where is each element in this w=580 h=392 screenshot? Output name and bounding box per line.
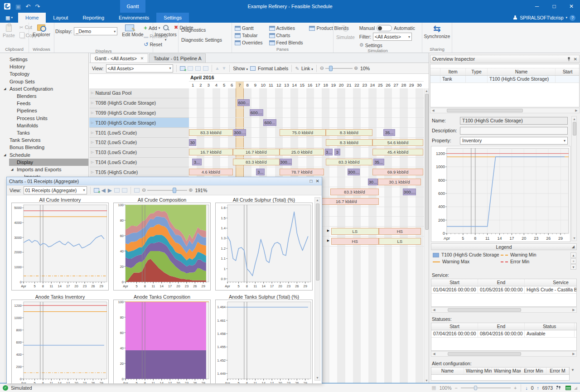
- inspector-grid-hscrollbar[interactable]: ◀▶: [430, 108, 580, 113]
- row-expand-icon[interactable]: ▷: [91, 121, 93, 125]
- column-header-start[interactable]: Start: [431, 323, 478, 330]
- gantt-bar[interactable]: 45.4 kbbl/d: [372, 149, 423, 155]
- chart-settings-icon[interactable]: [94, 188, 99, 193]
- description-input[interactable]: [460, 127, 568, 135]
- cut-button[interactable]: ✂Cut: [18, 24, 39, 31]
- show-menu-button[interactable]: Show ▾: [233, 66, 248, 71]
- save-icon[interactable]: ▣: [15, 3, 21, 10]
- sidebar-item-imports-and-exports[interactable]: ◢Imports and Exports: [9, 166, 88, 173]
- gantt-row-label-t102-lows-crude[interactable]: ▷T102 (LowS Crude): [89, 138, 189, 148]
- export-icon[interactable]: [114, 188, 120, 193]
- ribbon-tab-layout[interactable]: Layout: [46, 13, 75, 23]
- expand-arrow-icon[interactable]: ◢: [4, 153, 10, 157]
- charts-zoom-slider[interactable]: ⊖ ⊕: [142, 187, 193, 193]
- gantt-row-label-t104-lows-crude[interactable]: ▷T104 (LowS Crude): [89, 158, 189, 168]
- sidebar-item-process-units[interactable]: Process Units: [9, 115, 88, 122]
- gantt-row-label-t103-lows-crude[interactable]: ▷T103 (LowS Crude): [89, 148, 189, 158]
- maximize-icon[interactable]: □: [310, 179, 313, 184]
- row-expand-icon[interactable]: ▷: [91, 91, 93, 95]
- resize-grip[interactable]: ◢: [574, 386, 577, 390]
- pane-toggle-charts[interactable]: Charts: [267, 32, 305, 39]
- charts-view-combobox[interactable]: 01 Receipts (Aggregate)▾: [24, 186, 87, 194]
- document-tab-gantt-all-assets[interactable]: Gantt - <All Assets>✕: [90, 53, 148, 63]
- column-header-status[interactable]: Status: [525, 323, 575, 330]
- gantt-view-combobox[interactable]: <All Assets>▾: [106, 64, 173, 73]
- inspector-grid[interactable]: ItemTypeNameStartTankT100 (HighS Crude S…: [430, 64, 580, 107]
- sidebar-item-group-sets[interactable]: Group Sets: [2, 78, 88, 85]
- move-down-icon[interactable]: ▼: [222, 66, 226, 71]
- gantt-bar[interactable]: 30.1 kbbl/d: [378, 179, 421, 185]
- print-icon[interactable]: [122, 188, 127, 193]
- remove-row-icon[interactable]: [188, 66, 193, 71]
- sidebar-item-tank-services[interactable]: Tank Services: [2, 136, 88, 144]
- filter-combobox[interactable]: <All Assets>▾: [373, 33, 412, 41]
- legend-header[interactable]: Legend ◢: [431, 243, 577, 250]
- pane-toggle-gantt[interactable]: Gantt: [233, 24, 265, 32]
- column-header-warning-max[interactable]: Warning Max: [492, 368, 521, 374]
- property-input[interactable]: Inventory▾: [460, 137, 568, 145]
- gantt-bar[interactable]: 83.3 kbbl/d: [189, 129, 233, 136]
- display-combobox[interactable]: _Demo▾: [74, 27, 117, 35]
- gantt-bar[interactable]: 600...: [263, 119, 276, 126]
- row-expand-icon[interactable]: ▷: [91, 131, 93, 135]
- pane-toggle-feed-blends[interactable]: Feed Blends: [267, 39, 305, 46]
- pane-toggle-activities[interactable]: Activities: [267, 24, 305, 32]
- sidebar-item-manifolds[interactable]: Manifolds: [9, 122, 88, 129]
- service-table[interactable]: StartEndService01/04/2016 00:00:0001/05/…: [431, 279, 577, 307]
- column-header-warning-min[interactable]: Warning Min: [464, 368, 492, 374]
- gantt-bar[interactable]: 16.7 kbbl/d: [233, 149, 280, 155]
- close-icon[interactable]: ✕: [316, 179, 319, 184]
- sidebar-item-asset-configuration[interactable]: ◢Asset Configuration: [2, 85, 88, 92]
- copy-button[interactable]: Copy: [18, 31, 39, 39]
- maximize-button[interactable]: □: [546, 0, 563, 13]
- gantt-bar[interactable]: 69.9 kbbl/d: [372, 169, 423, 175]
- minimize-button[interactable]: ─: [528, 0, 546, 13]
- gantt-vertical-scrollbar[interactable]: ▲ ▼: [424, 88, 429, 383]
- sidebar-item-history[interactable]: History: [2, 63, 88, 70]
- sidebar-item-tanks[interactable]: Tanks: [9, 129, 88, 136]
- link-menu-button[interactable]: Link ▾: [301, 66, 313, 71]
- statuses-hscrollbar[interactable]: ◀▶: [431, 351, 577, 357]
- service-hscrollbar[interactable]: ◀▶: [431, 307, 577, 313]
- gantt-bar[interactable]: 30...: [368, 179, 378, 185]
- simulate-button[interactable]: ↻ Simulate: [334, 24, 357, 45]
- forward-icon[interactable]: ▶: [108, 187, 112, 194]
- gantt-bar[interactable]: 35...: [373, 159, 384, 165]
- inspector-vscrollbar[interactable]: ▲ ▼: [571, 116, 577, 241]
- row-expand-icon[interactable]: ▷: [91, 160, 93, 164]
- pane-toggle-overrides[interactable]: Overrides: [233, 39, 265, 46]
- gantt-bar[interactable]: 75.0 kbbl/d: [280, 129, 326, 136]
- charts-window-titlebar[interactable]: Charts - 01 Receipts (Aggregate) □ ✕: [7, 177, 322, 185]
- expand-arrow-icon[interactable]: ◢: [4, 87, 10, 91]
- name-input[interactable]: T100 (HighS Crude Storage): [460, 117, 568, 125]
- gantt-bar[interactable]: 54.6 kbbl/d: [372, 139, 423, 146]
- zoom-in-icon[interactable]: +: [514, 385, 517, 391]
- column-header-error-m[interactable]: Error M: [546, 368, 569, 374]
- sidebar-item-schedule[interactable]: ◢Schedule: [2, 151, 88, 158]
- gantt-bar[interactable]: 4.6 kbbl/d: [189, 169, 233, 175]
- ribbon-tab-reporting[interactable]: Reporting: [75, 13, 111, 23]
- zoom-out-icon[interactable]: ⊖: [142, 187, 146, 193]
- close-icon[interactable]: ✕: [574, 57, 577, 62]
- zoom-in-icon[interactable]: ⊕: [188, 187, 193, 193]
- ribbon-tab-home[interactable]: Home: [18, 13, 46, 23]
- statuses-table[interactable]: StartEndStatus07/04/2016 00:00:0008/04/2…: [431, 323, 577, 351]
- column-header-error-min[interactable]: Error Min: [521, 368, 546, 374]
- tab-close-icon[interactable]: ✕: [140, 56, 144, 61]
- gantt-bar[interactable]: 83.3 kbbl/d: [233, 159, 280, 165]
- gantt-row-label-t105-highs-crude[interactable]: ▷T105 (HighS Crude): [89, 167, 189, 177]
- gantt-row-label-natural-gas-pool[interactable]: ▷Natural Gas Pool: [89, 88, 189, 98]
- gantt-bar[interactable]: 300....: [348, 169, 360, 175]
- user-area[interactable]: SPIRALSOFT\dcrisp ▾ ?: [513, 13, 575, 23]
- gantt-bar[interactable]: LS: [331, 228, 379, 235]
- gantt-bar[interactable]: 16.7 kbbl/d: [189, 149, 233, 155]
- sidebar-item-pipelines[interactable]: Pipelines: [9, 107, 88, 114]
- gantt-row-label-t100-highs-crude-storage[interactable]: ▷T100 (HighS Crude Storage): [89, 118, 189, 128]
- users-icon[interactable]: [556, 386, 562, 390]
- gantt-bar[interactable]: 300....: [280, 159, 292, 165]
- move-up-icon[interactable]: ▲: [215, 66, 220, 71]
- gantt-bar[interactable]: 3...: [192, 159, 202, 165]
- back-icon[interactable]: ◀: [102, 187, 106, 194]
- gantt-bar[interactable]: HS: [331, 238, 379, 245]
- zoom-out-icon[interactable]: ⊖: [320, 65, 324, 71]
